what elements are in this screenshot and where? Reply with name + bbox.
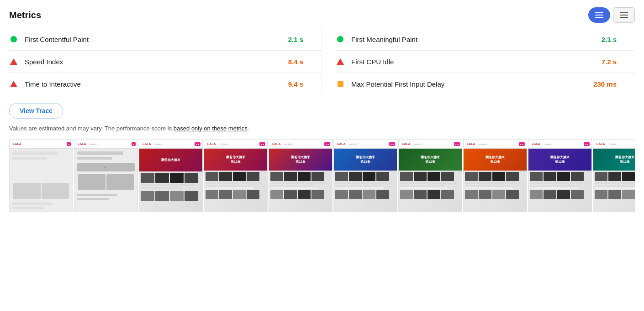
filter-button[interactable] [588,7,610,23]
menu-icon [620,11,628,19]
metrics-right-column: First Meaningful Paint 2.1 s First CPU I… [322,28,635,95]
filmstrip-frame-10: LALA content... ● ● 圍爸你大膽來第12集 [593,139,635,212]
red-triangle-icon [10,58,17,65]
tti-label: Time to Interactive [25,80,288,88]
disclaimer: Values are estimated and may vary. The p… [9,125,635,132]
frame-image: LALA content... ● ● 圍爸你大膽來第12集 [464,140,527,212]
frame-image: LALA content... ● ● 圍爸你大膽來第12集 [593,140,635,212]
green-circle-icon-2 [337,36,343,42]
si-icon [9,57,18,66]
view-trace-button[interactable]: View Trace [9,103,63,119]
frame-image: LALA content... ● ● 圍爸你大膽來第12集 [334,140,397,212]
disclaimer-link[interactable]: based only on these metrics [174,125,248,132]
fci-value: 7.2 s [602,58,617,66]
si-value: 8.4 s [288,58,303,66]
metric-row-mpfid: Max Potential First Input Delay 230 ms [336,73,635,95]
frame-image: LALA content... ● ● 圍爸你大膽來第12集 [269,140,332,212]
tti-value: 9.4 s [288,80,303,88]
disclaimer-text-after: . [248,125,249,132]
frame-3-image: LALA content... ● ● 圍爸你大膽來 [139,140,202,212]
red-triangle-icon-2 [10,81,17,87]
tti-icon [9,79,18,88]
fmp-value: 2.1 s [602,36,617,43]
filmstrip-frame-7: LALA content... ● ● 圍爸你大膽來第12集 [398,139,462,212]
orange-square-icon [338,81,343,87]
fmp-label: First Meaningful Paint [351,36,602,43]
green-circle-icon [11,36,17,42]
filmstrip-frame-9: LALA content... ● ● 圍爸你大膽來第12集 [528,139,592,212]
frame-image: LALA content... ● ● 圍爸你大膽來第12集 [399,140,462,212]
view-trace-section: View Trace [9,103,63,119]
metric-row-si: Speed Index 8.4 s [9,51,322,73]
frame-image: LALA content... ● ● 圍爸你大膽來第12集 [528,140,591,212]
frame-1-image: LALA ● [10,140,73,212]
fcp-value: 2.1 s [288,36,303,43]
metric-row-fci: First CPU Idle 7.2 s [336,51,635,73]
filmstrip-frame-5: LALA content... ● ● 圍爸你大膽來第12集 [269,139,333,212]
metric-row-tti: Time to Interactive 9.4 s [9,73,322,95]
mpfid-label: Max Potential First Input Delay [351,80,593,88]
filmstrip: LALA ● [9,139,635,212]
header: Metrics [9,7,635,23]
metrics-grid: First Contentful Paint 2.1 s Speed Index… [9,28,635,95]
disclaimer-text-before: Values are estimated and may vary. The p… [9,125,174,132]
header-buttons [588,7,635,23]
frame-2-image: LALA content... ● 轉... [74,140,137,212]
filmstrip-frame-3: LALA content... ● ● 圍爸你大膽來 [139,139,203,212]
metrics-left-column: First Contentful Paint 2.1 s Speed Index… [9,28,322,95]
filmstrip-frame-2: LALA content... ● 轉... [74,139,138,212]
filmstrip-frame-8: LALA content... ● ● 圍爸你大膽來第12集 [463,139,527,212]
fcp-label: First Contentful Paint [25,36,288,43]
metrics-container: Metrics First Contentful Paint [0,0,644,219]
metric-row-fcp: First Contentful Paint 2.1 s [9,28,322,51]
si-label: Speed Index [25,58,288,66]
filmstrip-frame-4: LALA content... ● ● 圍爸你大膽來第12集 [204,139,268,212]
fcp-icon [9,35,18,44]
filter-icon [595,11,603,19]
filmstrip-frame-6: LALA content... ● ● 圍爸你大膽來第12集 [333,139,397,212]
mpfid-value: 230 ms [593,80,617,88]
fmp-icon [336,35,345,44]
red-triangle-icon-3 [337,58,344,65]
frame-image: LALA content... ● ● 圍爸你大膽來第12集 [204,140,267,212]
filmstrip-frame-1: LALA ● [9,139,73,212]
metric-row-fmp: First Meaningful Paint 2.1 s [336,28,635,51]
menu-button[interactable] [613,7,635,23]
page-title: Metrics [9,10,41,21]
fci-icon [336,57,345,66]
mpfid-icon [336,79,345,88]
fci-label: First CPU Idle [351,58,602,66]
